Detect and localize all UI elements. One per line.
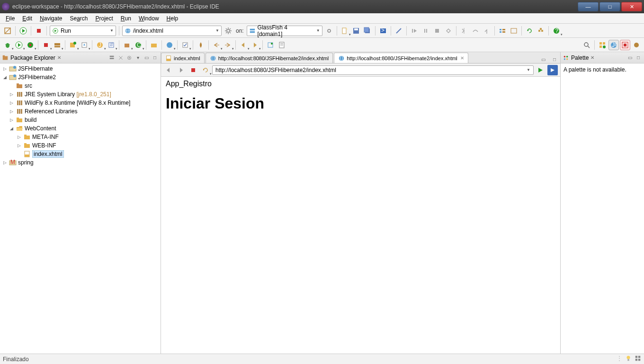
new-class-button[interactable]: C▾ [133, 40, 143, 50]
stop-button[interactable] [34, 26, 44, 36]
menu-help[interactable]: Help [163, 14, 182, 23]
skip-breakpoints-button[interactable] [2, 26, 13, 36]
back-button[interactable]: ▾ [238, 40, 249, 50]
tree-project-jsfhibernate[interactable]: ▷ JSFHibernate [0, 64, 161, 73]
menu-navigate[interactable]: Navigate [36, 14, 66, 23]
minimize-view-icon[interactable]: ▭ [626, 54, 634, 62]
browser-forward-button[interactable] [176, 65, 186, 75]
tab-browser-2[interactable]: http://localhost:8080/JSFHibernate2/inde… [334, 53, 468, 63]
menu-file[interactable]: File [2, 14, 18, 23]
terminal-button[interactable]: >_ [378, 26, 388, 36]
link-editor-icon[interactable] [117, 54, 125, 62]
browser-refresh-button[interactable]: ▾ [200, 65, 211, 75]
collapse-all-icon[interactable] [108, 54, 116, 62]
step-over-icon[interactable] [470, 26, 481, 36]
server-combo[interactable]: GlassFish 4 [domain1] ▼ [247, 26, 322, 36]
go-button[interactable] [535, 65, 546, 75]
minimize-view-icon[interactable]: ▭ [143, 54, 150, 62]
perspective-other-button[interactable] [631, 40, 642, 50]
maximize-view-icon[interactable]: □ [151, 54, 159, 62]
tree-wildfly[interactable]: ▷ WildFly 8.x Runtime [WildFly 8.x Runti… [0, 99, 161, 107]
open-type-button[interactable] [149, 40, 159, 50]
resume-icon[interactable] [409, 26, 420, 36]
editor-maximize-icon[interactable]: □ [551, 55, 558, 63]
tree-index-xhtml[interactable]: index.xhtml [0, 150, 161, 158]
new-package-button[interactable]: ▾ [122, 40, 132, 50]
expand-icon[interactable]: ▷ [2, 66, 8, 71]
help-icon[interactable]: ?▾ [551, 26, 562, 36]
new-server-button[interactable]: ▾ [68, 40, 78, 50]
coverage-button[interactable]: ▾ [25, 40, 36, 50]
menu-window[interactable]: Window [135, 14, 163, 23]
menu-project[interactable]: Project [91, 14, 116, 23]
wand-icon[interactable] [394, 26, 404, 36]
mark-occurrences-icon[interactable] [509, 26, 519, 36]
properties-button[interactable] [277, 40, 287, 50]
debug-button[interactable]: ▾ [2, 40, 13, 50]
tree-referenced-libs[interactable]: ▷ Referenced Libraries [0, 107, 161, 116]
tree-build[interactable]: ▷ build [0, 116, 161, 124]
search-icon[interactable] [581, 40, 592, 50]
perspective-jee-button[interactable]: J² [608, 40, 619, 50]
expand-icon[interactable]: ▷ [2, 160, 8, 165]
save-all-button[interactable] [362, 26, 373, 36]
new-button[interactable]: ▾ [340, 26, 350, 36]
expand-icon[interactable]: ▷ [9, 118, 14, 122]
run-as-button[interactable]: ▾ [14, 40, 24, 50]
step-into-icon[interactable] [459, 26, 469, 36]
focus-icon[interactable] [125, 54, 133, 62]
expand-icon[interactable]: ▷ [16, 135, 22, 139]
menu-search[interactable]: Search [66, 14, 91, 23]
expand-icon[interactable]: ▷ [9, 100, 14, 105]
tree-jre[interactable]: ▷ JRE System Library [jre1.8.0_251] [0, 90, 161, 99]
publish-button[interactable]: ▾ [52, 40, 63, 50]
perspective-debug-button[interactable] [620, 40, 630, 50]
tree-src[interactable]: src [0, 82, 161, 90]
build-icon[interactable] [536, 26, 546, 36]
open-browser-button[interactable]: ▾ [164, 40, 175, 50]
collapse-icon[interactable]: ◢ [9, 126, 14, 131]
pin-editor-button[interactable] [265, 40, 276, 50]
browser-back-button[interactable] [163, 65, 174, 75]
package-explorer-tree[interactable]: ▷ JSFHibernate ◢ JSFHibernate2 src ▷ JRE… [0, 64, 161, 354]
link-back-button[interactable]: ▾ [211, 40, 222, 50]
save-button[interactable] [351, 26, 361, 36]
terminate-icon[interactable] [432, 26, 442, 36]
package-explorer-close-icon[interactable]: ✕ [57, 55, 61, 60]
browser-home-button[interactable] [547, 65, 558, 75]
pin-button[interactable] [196, 40, 206, 50]
disconnect-icon[interactable] [443, 26, 454, 36]
minimize-button[interactable]: — [578, 2, 599, 11]
suspend-icon[interactable] [420, 26, 431, 36]
server-settings-icon[interactable] [324, 26, 334, 36]
url-dropdown-icon[interactable]: ▼ [527, 68, 530, 72]
open-perspective-button[interactable] [597, 40, 608, 50]
tree-project-spring[interactable]: ▷ M spring [0, 158, 161, 167]
task-button[interactable]: ▾ [180, 40, 190, 50]
maximize-button[interactable]: □ [599, 2, 620, 11]
tab-index-xhtml[interactable]: index.xhtml [161, 53, 205, 63]
tab-browser-1[interactable]: http://localhost:8080/JSFHibernate2/inde… [206, 53, 333, 63]
expand-icon[interactable]: ▷ [9, 92, 14, 97]
refresh-icon[interactable] [524, 26, 535, 36]
close-button[interactable]: ✕ [621, 2, 642, 11]
maximize-view-icon[interactable]: □ [635, 54, 642, 62]
view-menu-icon[interactable]: ▾ [134, 54, 142, 62]
file-path-combo[interactable]: /index.xhtml ▼ [122, 26, 222, 36]
tree-metainf[interactable]: ▷ META-INF [0, 133, 161, 141]
forward-button[interactable]: ▾ [250, 40, 260, 50]
menu-run[interactable]: Run [117, 14, 135, 23]
link-fwd-button[interactable]: ▾ [223, 40, 233, 50]
stop-server-button[interactable]: ▾ [41, 40, 51, 50]
toggle-breadcrumb-icon[interactable] [497, 26, 508, 36]
new-css-button[interactable]: #▾ [106, 40, 116, 50]
menu-edit[interactable]: Edit [18, 14, 36, 23]
run-launch-combo[interactable]: Run ▼ [50, 26, 116, 36]
expand-icon[interactable]: ▷ [9, 109, 14, 114]
tree-webinf[interactable]: ▷ WEB-INF [0, 141, 161, 150]
browser-stop-button[interactable] [188, 65, 198, 75]
editor-minimize-icon[interactable]: ▭ [539, 55, 547, 63]
expand-icon[interactable]: ▷ [16, 143, 22, 148]
url-input[interactable]: http://localhost:8080/JSFHibernate2/inde… [212, 65, 534, 75]
tree-project-jsfhibernate2[interactable]: ◢ JSFHibernate2 [0, 73, 161, 82]
